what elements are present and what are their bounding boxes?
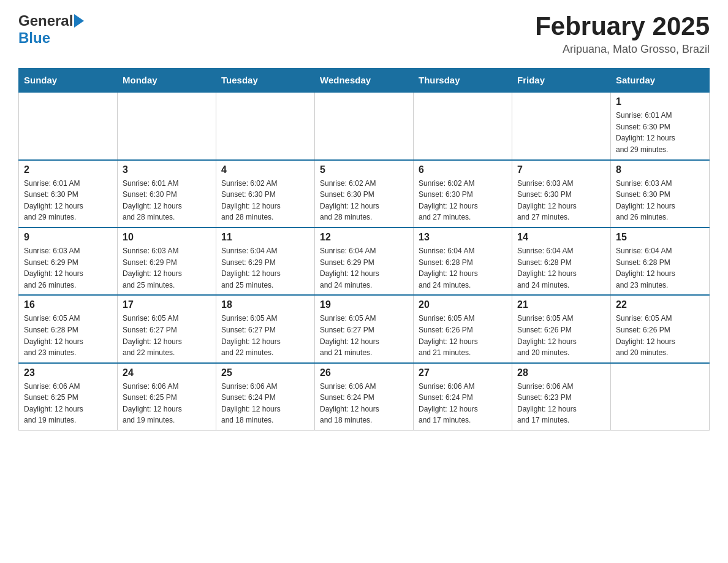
calendar-cell: 7Sunrise: 6:03 AMSunset: 6:30 PMDaylight…: [512, 160, 611, 228]
calendar-cell: 20Sunrise: 6:05 AMSunset: 6:26 PMDayligh…: [414, 295, 512, 362]
day-info: Sunrise: 6:06 AMSunset: 6:25 PMDaylight:…: [24, 381, 112, 426]
calendar-cell: 27Sunrise: 6:06 AMSunset: 6:24 PMDayligh…: [414, 363, 512, 431]
calendar-cell: 3Sunrise: 6:01 AMSunset: 6:30 PMDaylight…: [118, 160, 216, 228]
calendar-cell: 13Sunrise: 6:04 AMSunset: 6:28 PMDayligh…: [414, 228, 512, 295]
day-number: 20: [419, 299, 507, 310]
day-number: 6: [419, 164, 507, 175]
day-info: Sunrise: 6:02 AMSunset: 6:30 PMDaylight:…: [221, 178, 309, 223]
calendar-cell: 28Sunrise: 6:06 AMSunset: 6:23 PMDayligh…: [512, 363, 611, 431]
calendar-cell: 6Sunrise: 6:02 AMSunset: 6:30 PMDaylight…: [414, 160, 512, 228]
day-info: Sunrise: 6:06 AMSunset: 6:24 PMDaylight:…: [221, 381, 309, 426]
calendar-header-row: SundayMondayTuesdayWednesdayThursdayFrid…: [19, 69, 710, 93]
calendar-cell: [19, 92, 118, 159]
calendar-cell: 25Sunrise: 6:06 AMSunset: 6:24 PMDayligh…: [216, 363, 315, 431]
day-number: 1: [616, 96, 704, 107]
logo: General Blue: [18, 12, 84, 47]
day-info: Sunrise: 6:01 AMSunset: 6:30 PMDaylight:…: [616, 110, 704, 155]
calendar-cell: 16Sunrise: 6:05 AMSunset: 6:28 PMDayligh…: [19, 295, 118, 362]
location-subtitle: Aripuana, Mato Grosso, Brazil: [535, 43, 710, 56]
calendar-cell: [414, 92, 512, 159]
day-info: Sunrise: 6:05 AMSunset: 6:28 PMDaylight:…: [24, 313, 112, 358]
day-number: 9: [24, 232, 112, 243]
day-number: 22: [616, 299, 704, 310]
day-number: 17: [123, 299, 211, 310]
month-title: February 2025: [535, 12, 710, 40]
day-number: 16: [24, 299, 112, 310]
day-info: Sunrise: 6:03 AMSunset: 6:29 PMDaylight:…: [123, 245, 211, 291]
day-info: Sunrise: 6:04 AMSunset: 6:29 PMDaylight:…: [221, 245, 309, 291]
calendar-cell: 24Sunrise: 6:06 AMSunset: 6:25 PMDayligh…: [118, 363, 216, 431]
day-number: 26: [320, 367, 408, 378]
logo-general-text: General: [18, 12, 73, 29]
calendar-week-row-1: 1Sunrise: 6:01 AMSunset: 6:30 PMDaylight…: [19, 92, 710, 159]
day-info: Sunrise: 6:06 AMSunset: 6:25 PMDaylight:…: [123, 381, 211, 426]
day-info: Sunrise: 6:01 AMSunset: 6:30 PMDaylight:…: [24, 178, 112, 223]
calendar-week-row-4: 16Sunrise: 6:05 AMSunset: 6:28 PMDayligh…: [19, 295, 710, 362]
calendar-week-row-3: 9Sunrise: 6:03 AMSunset: 6:29 PMDaylight…: [19, 228, 710, 295]
day-number: 15: [616, 232, 704, 243]
calendar-header-sunday: Sunday: [19, 69, 118, 93]
day-info: Sunrise: 6:05 AMSunset: 6:26 PMDaylight:…: [419, 313, 507, 358]
day-info: Sunrise: 6:06 AMSunset: 6:24 PMDaylight:…: [320, 381, 408, 426]
day-number: 10: [123, 232, 211, 243]
calendar-cell: 23Sunrise: 6:06 AMSunset: 6:25 PMDayligh…: [19, 363, 118, 431]
day-number: 19: [320, 299, 408, 310]
day-info: Sunrise: 6:05 AMSunset: 6:27 PMDaylight:…: [123, 313, 211, 358]
calendar-cell: [512, 92, 611, 159]
calendar-cell: [315, 92, 414, 159]
calendar-cell: [611, 363, 710, 431]
day-number: 13: [419, 232, 507, 243]
calendar-header-thursday: Thursday: [414, 69, 512, 93]
calendar-header-friday: Friday: [512, 69, 611, 93]
calendar-cell: 4Sunrise: 6:02 AMSunset: 6:30 PMDaylight…: [216, 160, 315, 228]
calendar-header-monday: Monday: [118, 69, 216, 93]
calendar-week-row-5: 23Sunrise: 6:06 AMSunset: 6:25 PMDayligh…: [19, 363, 710, 431]
calendar-cell: 21Sunrise: 6:05 AMSunset: 6:26 PMDayligh…: [512, 295, 611, 362]
logo-blue-text: Blue: [18, 29, 50, 46]
day-info: Sunrise: 6:04 AMSunset: 6:28 PMDaylight:…: [517, 245, 605, 291]
calendar-cell: 11Sunrise: 6:04 AMSunset: 6:29 PMDayligh…: [216, 228, 315, 295]
day-number: 27: [419, 367, 507, 378]
calendar-header-tuesday: Tuesday: [216, 69, 315, 93]
day-info: Sunrise: 6:03 AMSunset: 6:30 PMDaylight:…: [616, 178, 704, 223]
calendar-cell: [216, 92, 315, 159]
calendar-cell: 2Sunrise: 6:01 AMSunset: 6:30 PMDaylight…: [19, 160, 118, 228]
day-number: 5: [320, 164, 408, 175]
calendar-cell: 15Sunrise: 6:04 AMSunset: 6:28 PMDayligh…: [611, 228, 710, 295]
day-info: Sunrise: 6:03 AMSunset: 6:29 PMDaylight:…: [24, 245, 112, 291]
day-info: Sunrise: 6:06 AMSunset: 6:23 PMDaylight:…: [517, 381, 605, 426]
day-number: 24: [123, 367, 211, 378]
day-info: Sunrise: 6:06 AMSunset: 6:24 PMDaylight:…: [419, 381, 507, 426]
day-number: 21: [517, 299, 605, 310]
day-number: 11: [221, 232, 309, 243]
day-number: 14: [517, 232, 605, 243]
day-number: 8: [616, 164, 704, 175]
day-info: Sunrise: 6:04 AMSunset: 6:29 PMDaylight:…: [320, 245, 408, 291]
day-number: 12: [320, 232, 408, 243]
day-info: Sunrise: 6:05 AMSunset: 6:26 PMDaylight:…: [616, 313, 704, 358]
day-info: Sunrise: 6:01 AMSunset: 6:30 PMDaylight:…: [123, 178, 211, 223]
day-info: Sunrise: 6:05 AMSunset: 6:26 PMDaylight:…: [517, 313, 605, 358]
calendar-cell: 1Sunrise: 6:01 AMSunset: 6:30 PMDaylight…: [611, 92, 710, 159]
title-block: February 2025 Aripuana, Mato Grosso, Bra…: [535, 12, 710, 56]
calendar-cell: 5Sunrise: 6:02 AMSunset: 6:30 PMDaylight…: [315, 160, 414, 228]
calendar-cell: 22Sunrise: 6:05 AMSunset: 6:26 PMDayligh…: [611, 295, 710, 362]
day-info: Sunrise: 6:02 AMSunset: 6:30 PMDaylight:…: [419, 178, 507, 223]
calendar-table: SundayMondayTuesdayWednesdayThursdayFrid…: [18, 68, 710, 431]
day-number: 3: [123, 164, 211, 175]
calendar-cell: 14Sunrise: 6:04 AMSunset: 6:28 PMDayligh…: [512, 228, 611, 295]
day-info: Sunrise: 6:03 AMSunset: 6:30 PMDaylight:…: [517, 178, 605, 223]
day-number: 18: [221, 299, 309, 310]
calendar-cell: 12Sunrise: 6:04 AMSunset: 6:29 PMDayligh…: [315, 228, 414, 295]
calendar-header-wednesday: Wednesday: [315, 69, 414, 93]
calendar-cell: 26Sunrise: 6:06 AMSunset: 6:24 PMDayligh…: [315, 363, 414, 431]
calendar-cell: 10Sunrise: 6:03 AMSunset: 6:29 PMDayligh…: [118, 228, 216, 295]
page-header: General Blue February 2025 Aripuana, Mat…: [18, 12, 710, 56]
calendar-cell: 17Sunrise: 6:05 AMSunset: 6:27 PMDayligh…: [118, 295, 216, 362]
day-number: 7: [517, 164, 605, 175]
calendar-cell: [118, 92, 216, 159]
day-info: Sunrise: 6:05 AMSunset: 6:27 PMDaylight:…: [320, 313, 408, 358]
calendar-cell: 19Sunrise: 6:05 AMSunset: 6:27 PMDayligh…: [315, 295, 414, 362]
day-number: 23: [24, 367, 112, 378]
calendar-header-saturday: Saturday: [611, 69, 710, 93]
